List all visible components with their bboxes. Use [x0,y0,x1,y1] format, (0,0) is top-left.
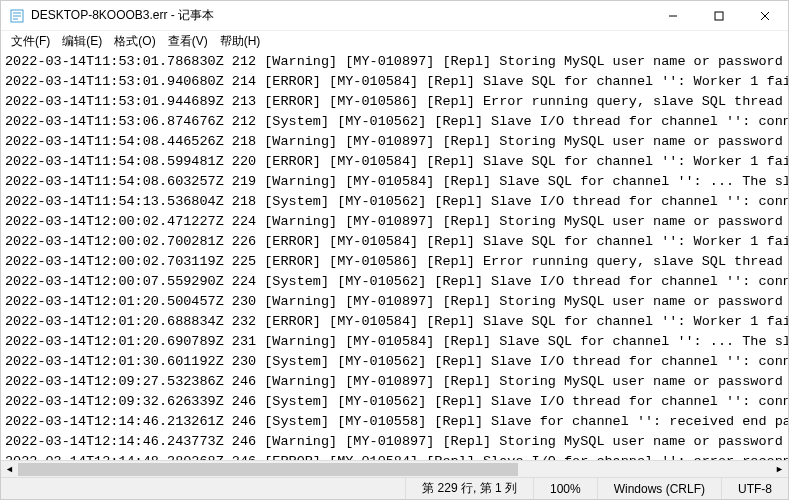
menu-view[interactable]: 查看(V) [162,31,214,52]
log-line[interactable]: 2022-03-14T12:14:48.380268Z 246 [ERROR] … [5,452,784,460]
log-line[interactable]: 2022-03-14T12:01:30.601192Z 230 [System]… [5,352,784,372]
log-line[interactable]: 2022-03-14T11:53:01.940680Z 214 [ERROR] … [5,72,784,92]
log-line[interactable]: 2022-03-14T11:54:08.446526Z 218 [Warning… [5,132,784,152]
statusbar: 第 229 行, 第 1 列 100% Windows (CRLF) UTF-8 [1,477,788,499]
maximize-button[interactable] [696,1,742,30]
log-line[interactable]: 2022-03-14T11:54:08.603257Z 219 [Warning… [5,172,784,192]
log-line[interactable]: 2022-03-14T12:01:20.688834Z 232 [ERROR] … [5,312,784,332]
status-line-ending: Windows (CRLF) [597,478,721,499]
scroll-left-button[interactable]: ◄ [1,461,18,478]
menubar: 文件(F) 编辑(E) 格式(O) 查看(V) 帮助(H) [1,31,788,51]
window-controls [650,1,788,30]
scroll-thumb[interactable] [18,463,518,476]
status-encoding: UTF-8 [721,478,788,499]
close-button[interactable] [742,1,788,30]
log-line[interactable]: 2022-03-14T12:00:07.559290Z 224 [System]… [5,272,784,292]
log-line[interactable]: 2022-03-14T11:54:08.599481Z 220 [ERROR] … [5,152,784,172]
log-line[interactable]: 2022-03-14T12:00:02.703119Z 225 [ERROR] … [5,252,784,272]
log-line[interactable]: 2022-03-14T11:54:13.536804Z 218 [System]… [5,192,784,212]
horizontal-scrollbar[interactable]: ◄ ► [1,460,788,477]
notepad-icon [9,8,25,24]
menu-help[interactable]: 帮助(H) [214,31,267,52]
status-zoom: 100% [533,478,597,499]
log-line[interactable]: 2022-03-14T12:09:32.626339Z 246 [System]… [5,392,784,412]
svg-rect-5 [715,12,723,20]
log-line[interactable]: 2022-03-14T12:01:20.500457Z 230 [Warning… [5,292,784,312]
status-position: 第 229 行, 第 1 列 [405,478,533,499]
log-line[interactable]: 2022-03-14T11:53:06.874676Z 212 [System]… [5,112,784,132]
log-line[interactable]: 2022-03-14T12:14:46.213261Z 246 [System]… [5,412,784,432]
minimize-button[interactable] [650,1,696,30]
log-line[interactable]: 2022-03-14T12:00:02.700281Z 226 [ERROR] … [5,232,784,252]
scroll-track[interactable] [18,461,771,477]
scroll-right-button[interactable]: ► [771,461,788,478]
log-line[interactable]: 2022-03-14T11:53:01.786830Z 212 [Warning… [5,52,784,72]
log-line[interactable]: 2022-03-14T11:53:01.944689Z 213 [ERROR] … [5,92,784,112]
menu-edit[interactable]: 编辑(E) [56,31,108,52]
menu-file[interactable]: 文件(F) [5,31,56,52]
notepad-window: DESKTOP-8KOOOB3.err - 记事本 文件(F) 编辑(E) 格式… [0,0,789,500]
log-line[interactable]: 2022-03-14T12:01:20.690789Z 231 [Warning… [5,332,784,352]
log-line[interactable]: 2022-03-14T12:14:46.243773Z 246 [Warning… [5,432,784,452]
content-area: 2022-03-14T11:53:01.786830Z 212 [Warning… [1,51,788,477]
text-content[interactable]: 2022-03-14T11:53:01.786830Z 212 [Warning… [1,51,788,460]
titlebar[interactable]: DESKTOP-8KOOOB3.err - 记事本 [1,1,788,31]
log-line[interactable]: 2022-03-14T12:00:02.471227Z 224 [Warning… [5,212,784,232]
menu-format[interactable]: 格式(O) [108,31,161,52]
window-title: DESKTOP-8KOOOB3.err - 记事本 [31,7,650,24]
log-line[interactable]: 2022-03-14T12:09:27.532386Z 246 [Warning… [5,372,784,392]
